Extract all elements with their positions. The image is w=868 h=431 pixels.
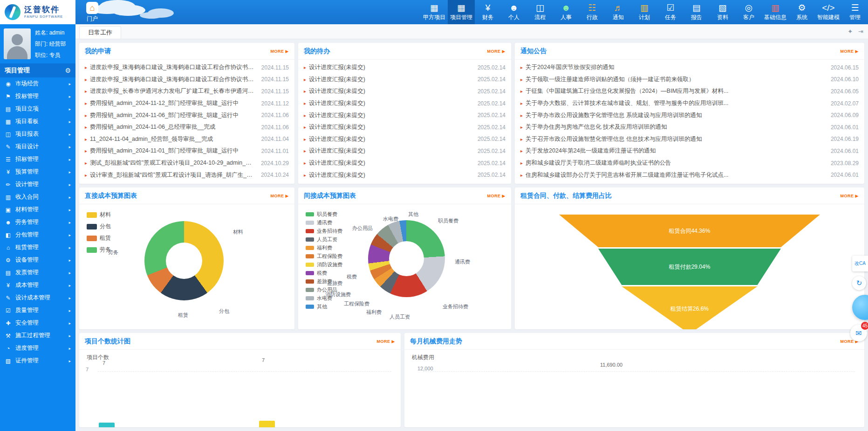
sidebar-menu-item[interactable]: ⌂ 租赁管理 ▸ — [0, 241, 75, 254]
top-nav-item[interactable]: ⚙ 系统 — [789, 0, 815, 24]
more-link[interactable]: MORE ▶ — [377, 339, 395, 344]
top-nav-item[interactable]: ☻ 个人 — [501, 0, 527, 24]
sidebar-menu-item[interactable]: ▥ 收入合同 ▸ — [0, 191, 75, 203]
legend-item[interactable]: 职员餐费 — [306, 211, 342, 218]
list-item[interactable]: ▸ 设计进度汇报(未提交) 2025.02.14 — [304, 85, 506, 97]
top-nav-item[interactable]: ▦ 项目管理 — [448, 0, 475, 24]
assistant-bubble-button[interactable] — [852, 295, 868, 320]
top-nav-item[interactable]: ◫ 流程 — [527, 0, 553, 24]
tab-daily-work[interactable]: 日常工作 — [79, 26, 121, 39]
sidebar-menu-item[interactable]: ☻ 劳务管理 ▸ — [0, 216, 75, 229]
list-item[interactable]: ▸ 11_2024-11-04_admin_经营部_领导审批__完成 2024.… — [85, 133, 289, 146]
list-item[interactable]: ▸ 关于召开市政公用设施智慧化管理信息 信息技术与应用培训班的通知 2024.0… — [520, 133, 859, 146]
funnel-stage[interactable]: 租赁结算26.6% — [559, 286, 820, 329]
more-link[interactable]: MORE ▶ — [271, 194, 289, 198]
sidebar-menu-item[interactable]: ◫ 项目报表 ▸ — [0, 128, 75, 140]
list-item[interactable]: ▸ 房和城乡建设厅关于取消二级建造师临时执业证书的公告 2023.08.29 — [520, 157, 859, 169]
legend-item[interactable]: 租赁 — [87, 234, 111, 242]
top-nav-item[interactable]: ☻ 人事 — [553, 0, 579, 24]
list-item[interactable]: ▸ 设计进度汇报(未提交) 2025.02.14 — [304, 109, 506, 121]
legend-item[interactable]: 税费 — [306, 270, 342, 277]
legend-item[interactable]: 工程保险费 — [306, 253, 342, 260]
legend-item[interactable]: 福利费 — [306, 244, 342, 251]
legend-item[interactable]: 分包 — [87, 222, 111, 230]
gear-icon[interactable]: ⚙ — [65, 67, 71, 74]
sidebar-menu-item[interactable]: ⚒ 施工过程管理 ▸ — [0, 329, 75, 342]
refresh-icon[interactable]: ↻ — [852, 276, 866, 290]
funnel-stage[interactable]: 租赁合同44.36% — [559, 215, 820, 247]
list-item[interactable]: ▸ 设计进度汇报(未提交) 2025.02.14 — [304, 62, 506, 74]
legend-item[interactable]: 通讯费 — [306, 219, 342, 226]
more-link[interactable]: MORE ▶ — [271, 49, 289, 54]
legend-item[interactable]: 材料 — [87, 211, 111, 219]
list-item[interactable]: ▸ 设计进度汇报(未提交) 2025.02.14 — [304, 74, 506, 86]
list-item[interactable]: ▸ 设计进度汇报(未提交) 2025.02.14 — [304, 157, 506, 169]
sidebar-menu-item[interactable]: ▤ 发票管理 ▸ — [0, 266, 75, 279]
sidebar-menu-item[interactable]: ◉ 市场经营 ▸ — [0, 77, 75, 90]
list-item[interactable]: ▸ 设计进度汇报(未提交) 2025.02.14 — [304, 133, 506, 146]
message-button[interactable]: ✉ 45 — [850, 325, 867, 341]
top-nav-item[interactable]: ▦ 甲方项目 — [421, 0, 448, 24]
top-nav-item[interactable]: ▥ 计划 — [631, 0, 657, 24]
sidebar-menu-item[interactable]: ✎ 设计成本管理 ▸ — [0, 292, 75, 304]
sidebar-menu-item[interactable]: ☑ 质量管理 ▸ — [0, 304, 75, 317]
list-item[interactable]: ▸ 关于领取一级注册建造师培训贴的通知（须持一建证书前来领取） 2024.06.… — [520, 74, 859, 86]
donut-chart-indirect-cost[interactable] — [368, 220, 445, 297]
list-item[interactable]: ▸ 设计进度汇报(未提交) 2025.02.14 — [304, 121, 506, 133]
sidebar-menu-item[interactable]: ⚑ 投标管理 ▸ — [0, 90, 75, 103]
donut-chart-direct-cost[interactable] — [144, 221, 224, 300]
list-item[interactable]: ▸ 关于发放2024年第24批一级建造师注册证书的通知 2024.06.01 — [520, 145, 859, 157]
user-photo[interactable] — [4, 28, 31, 59]
list-item[interactable]: ▸ 设计进度汇报(未提交) 2025.02.14 — [304, 169, 506, 181]
legend-item[interactable]: 其他 — [306, 303, 342, 310]
list-item[interactable]: ▸ 进度款申报_长春市伊通河水力发电厂扩建工程_长春市伊通河水力发电... 20… — [85, 85, 289, 97]
list-item[interactable]: ▸ 设计进度汇报(未提交) 2025.02.14 — [304, 145, 506, 157]
sidebar-menu-item[interactable]: ✎ 项目设计 ▸ — [0, 140, 75, 153]
ca-widget-button[interactable]: 改CA — [852, 256, 868, 271]
list-item[interactable]: ▸ 设计审查_彭祖新城“四馆”景观工程设计项目_请选择_胡广生_2024-10-… — [85, 169, 289, 181]
top-nav-item[interactable]: ◎ 客户 — [736, 0, 762, 24]
top-nav-item[interactable]: ▤ 报告 — [683, 0, 710, 24]
sidebar-menu-item[interactable]: ✏ 设计管理 ▸ — [0, 178, 75, 191]
key-icon[interactable]: ✦ — [847, 28, 853, 35]
list-item[interactable]: ▸ 于征集《中国建筑施工行业信息化发展报告（2024）—BIM应用与发展》材料.… — [520, 85, 859, 97]
list-item[interactable]: ▸ 费用报销_admin_2024-11-06_部门经理审批_胡建_运行中 20… — [85, 109, 289, 121]
top-nav-item[interactable]: ☑ 任务 — [657, 0, 683, 24]
sidebar-menu-item[interactable]: ☰ 招标管理 ▸ — [0, 153, 75, 166]
sidebar-menu-item[interactable]: ◧ 分包管理 ▸ — [0, 229, 75, 241]
list-item[interactable]: ▸ 费用报销_admin_2024-11-01_部门经理审批_胡建_运行中 20… — [85, 145, 289, 157]
sidebar-menu-item[interactable]: ◔ 进度管理 ▸ — [0, 342, 75, 355]
sidebar-menu-item[interactable]: ⚙ 设备管理 ▸ — [0, 254, 75, 266]
legend-item[interactable]: 业务招待费 — [306, 228, 342, 235]
top-nav-item[interactable]: ▥ 基础信息 — [762, 0, 789, 24]
legend-item[interactable]: 劳务 — [87, 246, 111, 254]
list-item[interactable]: ▸ 进度款申报_珠海鹤港口建设_珠海鹤港口建设工程合作协议书_admin_...… — [85, 62, 289, 74]
more-link[interactable]: MORE ▶ — [487, 194, 506, 198]
top-nav-item[interactable]: ☷ 行政 — [579, 0, 605, 24]
sidebar-menu-item[interactable]: ¥ 成本管理 ▸ — [0, 279, 75, 292]
nav-portal[interactable]: ⌂ 门户 — [75, 0, 109, 24]
top-nav-item[interactable]: ▧ 资料 — [710, 0, 736, 24]
top-nav-item[interactable]: ☰ 管理 — [842, 0, 868, 24]
sidebar-menu-item[interactable]: ¥ 预算管理 ▸ — [0, 166, 75, 178]
list-item[interactable]: ▸ 关于举办住房与房地产信息化 技术及应用培训班的通知 2024.06.01 — [520, 121, 859, 133]
legend-item[interactable]: 人员工资 — [306, 236, 342, 243]
funnel-stage[interactable]: 租赁付款29.04% — [559, 249, 820, 285]
sidebar-menu-item[interactable]: ▤ 项目立项 ▸ — [0, 103, 75, 115]
list-item[interactable]: ▸ 费用报销_admin_2024-11-12_部门经理审批_胡建_运行中 20… — [85, 97, 289, 110]
list-item[interactable]: ▸ 关于举办市政公用设施数字化管理信息 系统建设与应用培训班的通知 2024.0… — [520, 109, 859, 121]
sidebar-menu-item[interactable]: ✚ 安全管理 ▸ — [0, 317, 75, 329]
top-nav-item[interactable]: ♬ 通知 — [605, 0, 631, 24]
list-item[interactable]: ▸ 进度款申报_珠海鹤港口建设_珠海鹤港口建设工程合作协议书_admin_...… — [85, 74, 289, 86]
list-item[interactable]: ▸ 关于举办大数据、云计算技术在城市建设、规划、管理与服务中的应用培训班... … — [520, 97, 859, 110]
line-chart-area[interactable]: 机械费用 12,000 11,690.00 — [404, 350, 864, 427]
sidebar-menu-item[interactable]: ▦ 项目看板 ▸ — [0, 115, 75, 128]
sidebar-menu-item[interactable]: ▧ 证件管理 ▸ — [0, 355, 75, 367]
more-link[interactable]: MORE ▶ — [487, 49, 506, 54]
list-item[interactable]: ▸ 住房和城乡建设部办公厅关于同意吉林省开展二级建造师注册证书电子化试点... … — [520, 169, 859, 181]
list-item[interactable]: ▸ 关于2024年国庆节放假安排的通知 2024.06.15 — [520, 62, 859, 74]
bar-chart-area[interactable]: 项目个数 7 7 7 — [79, 350, 401, 427]
list-item[interactable]: ▸ 测试_彭祖新城“四馆”景观工程设计项目_2024-10-29_admin_结… — [85, 157, 289, 169]
collapse-icon[interactable]: ⇥ — [858, 28, 863, 35]
sidebar-menu-item[interactable]: ▣ 材料管理 ▸ — [0, 203, 75, 216]
